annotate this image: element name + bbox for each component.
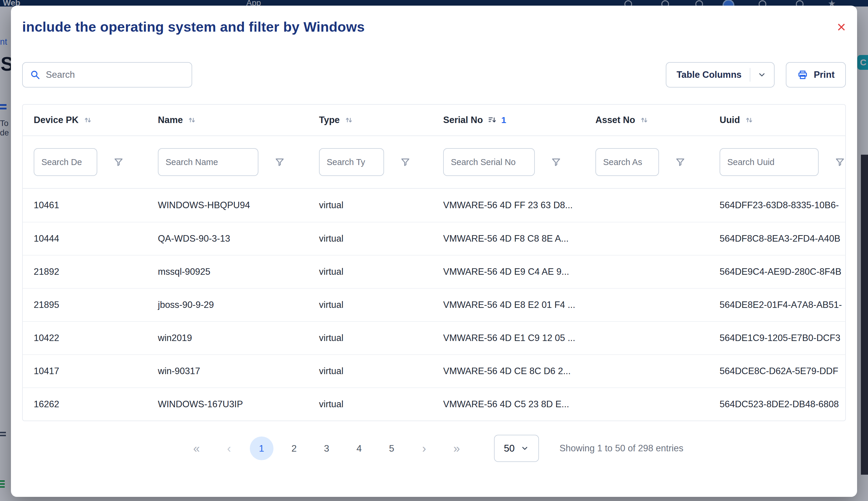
chevron-down-icon xyxy=(521,444,529,452)
page-button-1[interactable]: 1 xyxy=(250,437,273,460)
cell-name: WINDOWS-HBQPU94 xyxy=(147,189,308,222)
sort-desc-icon xyxy=(488,116,496,125)
devices-table: Device PK Name Type Serial No 1 Asset No xyxy=(22,104,846,421)
printer-icon xyxy=(797,69,808,81)
close-button[interactable]: × xyxy=(837,19,846,35)
cell-asset-no xyxy=(585,189,709,222)
page-button-5[interactable]: 5 xyxy=(380,437,403,460)
cell-serial-no: VMWARE-56 4D E1 C9 12 05 ... xyxy=(432,322,585,354)
print-button[interactable]: Print xyxy=(786,62,846,87)
cell-uuid: 564DFF23-63D8-8335-10B6- xyxy=(709,189,845,222)
cell-name: WINDOWS-167U3IP xyxy=(147,388,308,420)
column-header-type[interactable]: Type xyxy=(308,105,432,136)
previous-page-button[interactable]: ‹ xyxy=(217,437,241,460)
cell-uuid: 564DCE8C-D62A-5E79-DDF xyxy=(709,355,845,387)
filter-funnel-icon[interactable] xyxy=(274,157,285,167)
column-header-name[interactable]: Name xyxy=(147,105,308,136)
cell-type: virtual xyxy=(308,222,432,255)
cell-name: jboss-90-9-29 xyxy=(147,289,308,321)
cell-device-pk: 10461 xyxy=(23,189,147,222)
table-row[interactable]: 21892 mssql-90925 virtual VMWARE-56 4D E… xyxy=(23,255,845,288)
cell-device-pk: 10422 xyxy=(23,322,147,354)
cell-device-pk: 10444 xyxy=(23,222,147,255)
cell-device-pk: 21892 xyxy=(23,256,147,288)
page-button-2[interactable]: 2 xyxy=(282,437,306,460)
last-page-button[interactable]: » xyxy=(445,437,469,460)
page-button-4[interactable]: 4 xyxy=(347,437,371,460)
column-label: Name xyxy=(158,115,183,125)
cell-name: win2019 xyxy=(147,322,308,354)
filter-input-type[interactable] xyxy=(319,148,384,176)
column-label: Serial No xyxy=(443,115,483,125)
table-columns-button[interactable]: Table Columns xyxy=(666,62,774,87)
filter-funnel-icon[interactable] xyxy=(400,157,411,167)
sort-priority-badge: 1 xyxy=(501,115,506,125)
modal-header: include the operating system and filter … xyxy=(22,6,846,35)
cell-uuid: 564DE8E2-01F4-A7A8-AB51- xyxy=(709,289,845,321)
cell-name: win-90317 xyxy=(147,355,308,387)
cell-type: virtual xyxy=(308,289,432,321)
column-header-uuid[interactable]: Uuid xyxy=(709,105,845,136)
cell-asset-no xyxy=(585,388,709,420)
modal-title: include the operating system and filter … xyxy=(22,19,365,35)
sort-icon xyxy=(640,116,649,125)
cell-device-pk: 10417 xyxy=(23,355,147,387)
column-label: Uuid xyxy=(719,115,740,125)
table-row[interactable]: 16262 WINDOWS-167U3IP virtual VMWARE-56 … xyxy=(23,387,845,420)
cell-type: virtual xyxy=(308,355,432,387)
cell-uuid: 564DF8C8-8EA3-2FD4-A40B xyxy=(709,222,845,255)
filter-funnel-icon[interactable] xyxy=(113,157,124,167)
cell-serial-no: VMWARE-56 4D E9 C4 AE 9... xyxy=(432,256,585,288)
cell-name: mssql-90925 xyxy=(147,256,308,288)
toolbar: Table Columns Print xyxy=(22,62,846,87)
column-label: Type xyxy=(319,115,340,125)
search-input[interactable] xyxy=(22,62,192,87)
column-header-device-pk[interactable]: Device PK xyxy=(23,105,147,136)
cell-serial-no: VMWARE-56 4D CE 8C D6 2... xyxy=(432,355,585,387)
filter-input-serial-no[interactable] xyxy=(443,148,535,176)
filter-input-name[interactable] xyxy=(158,148,258,176)
cell-asset-no xyxy=(585,256,709,288)
first-page-button[interactable]: « xyxy=(185,437,208,460)
cell-uuid: 564DE1C9-1205-E7B0-DCF3 xyxy=(709,322,845,354)
cell-device-pk: 16262 xyxy=(23,388,147,420)
table-row[interactable]: 10461 WINDOWS-HBQPU94 virtual VMWARE-56 … xyxy=(23,189,845,222)
page-size-select[interactable]: 50 xyxy=(494,435,539,462)
next-page-button[interactable]: › xyxy=(412,437,436,460)
sort-icon xyxy=(345,116,353,125)
page-size-value: 50 xyxy=(504,443,515,454)
page-button-3[interactable]: 3 xyxy=(315,437,338,460)
column-header-asset-no[interactable]: Asset No xyxy=(585,105,709,136)
pagination: « ‹ 1 2 3 4 5 › » 50 Showing 1 to 50 of … xyxy=(22,435,846,462)
cell-asset-no xyxy=(585,355,709,387)
table-row[interactable]: 10422 win2019 virtual VMWARE-56 4D E1 C9… xyxy=(23,321,845,354)
table-row[interactable]: 10444 QA-WDS-90-3-13 virtual VMWARE-56 4… xyxy=(23,222,845,255)
cell-serial-no: VMWARE-56 4D F8 C8 8E A... xyxy=(432,222,585,255)
column-header-serial-no[interactable]: Serial No 1 xyxy=(432,105,585,136)
cell-uuid: 564DE9C4-AE9D-280C-8F4B xyxy=(709,256,845,288)
column-label: Device PK xyxy=(34,115,79,125)
table-row[interactable]: 21895 jboss-90-9-29 virtual VMWARE-56 4D… xyxy=(23,288,845,321)
filter-input-asset-no[interactable] xyxy=(595,148,659,176)
table-header-row: Device PK Name Type Serial No 1 Asset No xyxy=(23,105,845,136)
cell-type: virtual xyxy=(308,256,432,288)
filter-input-uuid[interactable] xyxy=(719,148,818,176)
cell-type: virtual xyxy=(308,189,432,222)
table-row[interactable]: 10417 win-90317 virtual VMWARE-56 4D CE … xyxy=(23,354,845,387)
sort-icon xyxy=(187,116,196,125)
cell-serial-no: VMWARE-56 4D E8 E2 01 F4 ... xyxy=(432,289,585,321)
filter-funnel-icon[interactable] xyxy=(675,157,686,167)
filter-funnel-icon[interactable] xyxy=(551,157,562,167)
table-filter-row xyxy=(23,136,845,189)
print-label: Print xyxy=(814,70,835,80)
column-label: Asset No xyxy=(595,115,635,125)
cell-uuid: 564DC523-8DE2-DB48-6808 xyxy=(709,388,845,420)
cell-asset-no xyxy=(585,322,709,354)
chevron-down-icon xyxy=(757,71,766,79)
filter-input-device-pk[interactable] xyxy=(34,148,97,176)
sort-icon xyxy=(745,116,753,125)
filter-funnel-icon[interactable] xyxy=(835,157,845,167)
cell-asset-no xyxy=(585,222,709,255)
search-icon xyxy=(30,70,41,80)
cell-name: QA-WDS-90-3-13 xyxy=(147,222,308,255)
